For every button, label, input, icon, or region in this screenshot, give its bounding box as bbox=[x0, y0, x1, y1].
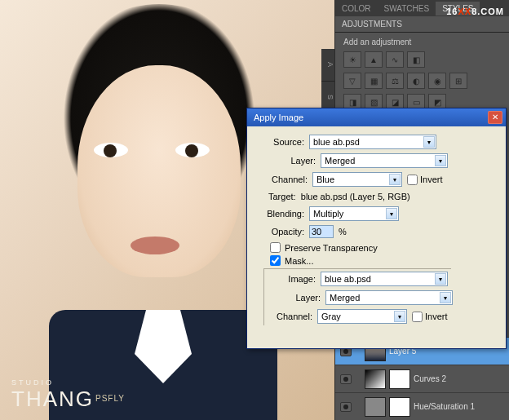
mask-checkbox[interactable] bbox=[270, 255, 281, 266]
chevron-down-icon: ▾ bbox=[394, 311, 405, 322]
layers-panel: Layer 5 Curves 2 Hue/Saturation 1 bbox=[334, 337, 509, 420]
levels-icon[interactable]: ▲ bbox=[365, 51, 383, 68]
layer-thumbnail[interactable] bbox=[365, 369, 386, 389]
target-label: Target: bbox=[268, 192, 296, 201]
mask-invert-label: Invert bbox=[425, 312, 448, 321]
opacity-label: Opacity: bbox=[259, 227, 304, 237]
mask-invert-checkbox[interactable] bbox=[412, 312, 423, 322]
channel-label: Channel: bbox=[262, 175, 308, 184]
chevron-down-icon: ▾ bbox=[435, 273, 446, 285]
watermark-bottom-left: STUDIO THANGPSFLY bbox=[11, 378, 123, 412]
layer-row[interactable]: Hue/Saturation 1 bbox=[335, 392, 509, 420]
layer-name[interactable]: Hue/Saturation 1 bbox=[414, 402, 504, 411]
source-select[interactable]: blue ab.psd▾ bbox=[309, 135, 436, 149]
target-value: blue ab.psd (Layer 5, RGB) bbox=[301, 192, 410, 201]
blending-label: Blending: bbox=[259, 209, 304, 219]
layer-row[interactable]: Curves 2 bbox=[335, 365, 509, 392]
color-balance-icon[interactable]: ⚖ bbox=[386, 73, 404, 89]
apply-image-dialog: Apply Image ✕ Source: blue ab.psd▾ Layer… bbox=[246, 108, 507, 349]
mask-layer-select[interactable]: Merged▾ bbox=[325, 290, 453, 305]
source-label: Source: bbox=[259, 137, 304, 147]
photo-filter-icon[interactable]: ◉ bbox=[428, 73, 446, 89]
layer-name[interactable]: Curves 2 bbox=[414, 374, 504, 383]
mask-channel-label: Channel: bbox=[267, 312, 312, 321]
mask-layer-label: Layer: bbox=[275, 293, 321, 303]
adjustment-icons-row1: ☀ ▲ ∿ ◧ bbox=[343, 51, 501, 68]
opacity-input[interactable] bbox=[309, 225, 334, 238]
layer-thumbnail[interactable] bbox=[365, 397, 386, 417]
invert-label: Invert bbox=[420, 175, 443, 184]
watermark-top: 16XX8.COM bbox=[446, 3, 504, 18]
mask-label: Mask... bbox=[285, 256, 313, 266]
hue-saturation-icon[interactable]: ▦ bbox=[365, 73, 383, 89]
photo-eye-left bbox=[94, 143, 128, 157]
add-adjustment-label: Add an adjustment bbox=[343, 38, 501, 46]
side-tab-a[interactable]: A bbox=[321, 49, 334, 82]
preserve-transparency-label: Preserve Transparency bbox=[285, 243, 378, 253]
panel-side-tabs: A S bbox=[321, 49, 334, 114]
close-icon[interactable]: ✕ bbox=[488, 111, 502, 124]
adjustments-panel: COLOR SWATCHES STYLES ADJUSTMENTS Add an… bbox=[334, 0, 509, 124]
chevron-down-icon: ▾ bbox=[386, 208, 397, 219]
invert-checkbox[interactable] bbox=[407, 175, 418, 185]
layer-label: Layer: bbox=[270, 156, 316, 166]
adjustment-icons-row2: ▽ ▦ ⚖ ◐ ◉ ⊞ bbox=[343, 73, 501, 89]
mask-channel-select[interactable]: Gray▾ bbox=[317, 309, 407, 324]
chevron-down-icon: ▾ bbox=[435, 155, 446, 166]
chevron-down-icon: ▾ bbox=[440, 292, 451, 303]
mask-image-select[interactable]: blue ab.psd▾ bbox=[321, 272, 448, 286]
preserve-transparency-checkbox[interactable] bbox=[270, 242, 281, 253]
vibrance-icon[interactable]: ▽ bbox=[343, 73, 361, 89]
visibility-icon[interactable] bbox=[340, 374, 352, 384]
dialog-titlebar[interactable]: Apply Image ✕ bbox=[247, 108, 506, 126]
mask-thumbnail[interactable] bbox=[389, 397, 410, 417]
photo-lips bbox=[131, 237, 179, 254]
exposure-icon[interactable]: ◧ bbox=[407, 51, 425, 68]
visibility-icon[interactable] bbox=[340, 402, 352, 412]
curves-icon[interactable]: ∿ bbox=[386, 51, 404, 68]
mask-thumbnail[interactable] bbox=[389, 369, 410, 389]
tab-swatches[interactable]: SWATCHES bbox=[378, 2, 436, 15]
percent-label: % bbox=[339, 227, 347, 237]
channel-select[interactable]: Blue▾ bbox=[312, 172, 402, 187]
dialog-title: Apply Image bbox=[254, 113, 488, 122]
subtab-adjustments[interactable]: ADJUSTMENTS bbox=[335, 16, 509, 33]
tab-color[interactable]: COLOR bbox=[335, 2, 378, 15]
blending-select[interactable]: Multiply▾ bbox=[309, 206, 399, 221]
bw-icon[interactable]: ◐ bbox=[407, 73, 425, 89]
layer-select[interactable]: Merged▾ bbox=[321, 153, 448, 168]
channel-mixer-icon[interactable]: ⊞ bbox=[449, 73, 467, 89]
chevron-down-icon: ▾ bbox=[423, 136, 435, 148]
chevron-down-icon: ▾ bbox=[389, 174, 401, 185]
photo-eye-right bbox=[175, 143, 210, 157]
brightness-contrast-icon[interactable]: ☀ bbox=[343, 51, 361, 68]
mask-image-label: Image: bbox=[270, 274, 316, 284]
